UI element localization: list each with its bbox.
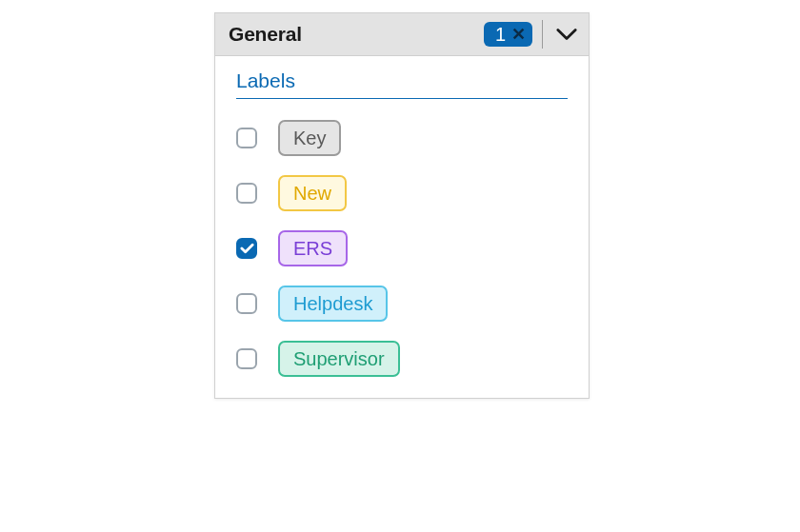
header-divider	[542, 20, 543, 49]
label-chip[interactable]: Key	[278, 120, 341, 156]
label-chip[interactable]: New	[278, 175, 347, 211]
label-row: New	[236, 175, 568, 211]
label-row: ERS	[236, 230, 568, 266]
label-checkbox[interactable]	[236, 348, 257, 369]
panel-header: General 1 ✕	[215, 13, 589, 56]
label-list: KeyNewERSHelpdeskSupervisor	[236, 120, 568, 377]
clear-selection-icon[interactable]: ✕	[511, 26, 526, 43]
panel-title: General	[215, 23, 484, 46]
label-chip[interactable]: ERS	[278, 230, 348, 266]
panel-content: Labels KeyNewERSHelpdeskSupervisor	[215, 56, 589, 398]
label-row: Helpdesk	[236, 286, 568, 322]
selection-badge: 1 ✕	[484, 22, 532, 47]
label-checkbox[interactable]	[236, 128, 257, 148]
label-row: Supervisor	[236, 341, 568, 377]
chevron-down-icon	[556, 28, 577, 41]
label-checkbox[interactable]	[236, 238, 257, 259]
dropdown-panel: General 1 ✕ Labels KeyNewERSHelpdeskSupe…	[214, 12, 590, 399]
label-checkbox[interactable]	[236, 293, 257, 314]
toggle-dropdown-button[interactable]	[545, 13, 589, 56]
selection-count: 1	[495, 25, 506, 44]
label-row: Key	[236, 120, 568, 156]
label-checkbox[interactable]	[236, 183, 257, 204]
label-chip[interactable]: Supervisor	[278, 341, 400, 377]
check-icon	[240, 243, 254, 254]
section-title: Labels	[236, 69, 568, 99]
label-chip[interactable]: Helpdesk	[278, 286, 388, 322]
